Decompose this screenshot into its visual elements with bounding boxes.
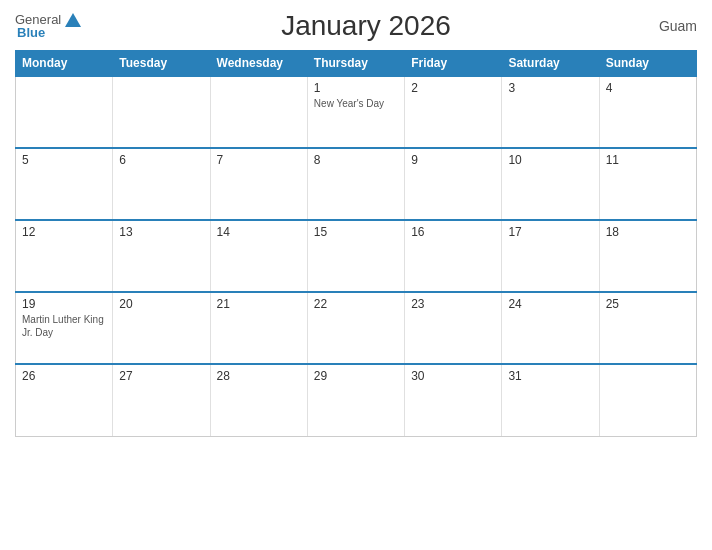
day-number: 20 (119, 297, 203, 311)
col-header-thursday: Thursday (307, 51, 404, 77)
day-number: 12 (22, 225, 106, 239)
col-header-friday: Friday (405, 51, 502, 77)
day-number: 18 (606, 225, 690, 239)
day-cell: 20 (113, 292, 210, 364)
day-cell: 18 (599, 220, 696, 292)
day-cell: 8 (307, 148, 404, 220)
day-number: 4 (606, 81, 690, 95)
day-cell: 23 (405, 292, 502, 364)
logo-triangle-icon (65, 13, 81, 27)
day-number: 2 (411, 81, 495, 95)
col-header-monday: Monday (16, 51, 113, 77)
day-number: 8 (314, 153, 398, 167)
day-cell: 22 (307, 292, 404, 364)
day-number: 1 (314, 81, 398, 95)
day-number: 30 (411, 369, 495, 383)
day-number: 31 (508, 369, 592, 383)
day-number: 3 (508, 81, 592, 95)
day-cell (16, 76, 113, 148)
day-number: 13 (119, 225, 203, 239)
day-number: 27 (119, 369, 203, 383)
holiday-label: Martin Luther King Jr. Day (22, 313, 106, 339)
calendar-body: 1New Year's Day2345678910111213141516171… (16, 76, 697, 436)
day-cell: 19Martin Luther King Jr. Day (16, 292, 113, 364)
day-cell: 3 (502, 76, 599, 148)
calendar-container: General Blue January 2026 Guam Monday Tu… (0, 0, 712, 550)
day-cell: 16 (405, 220, 502, 292)
day-cell: 7 (210, 148, 307, 220)
day-number: 15 (314, 225, 398, 239)
day-number: 28 (217, 369, 301, 383)
col-header-wednesday: Wednesday (210, 51, 307, 77)
day-number: 14 (217, 225, 301, 239)
col-header-sunday: Sunday (599, 51, 696, 77)
day-cell: 2 (405, 76, 502, 148)
day-cell: 13 (113, 220, 210, 292)
day-number: 23 (411, 297, 495, 311)
day-cell: 21 (210, 292, 307, 364)
day-cell (113, 76, 210, 148)
week-row-2: 567891011 (16, 148, 697, 220)
day-cell: 12 (16, 220, 113, 292)
day-number: 9 (411, 153, 495, 167)
day-cell: 1New Year's Day (307, 76, 404, 148)
day-number: 6 (119, 153, 203, 167)
day-cell: 31 (502, 364, 599, 436)
day-cell: 4 (599, 76, 696, 148)
day-cell: 29 (307, 364, 404, 436)
day-cell: 17 (502, 220, 599, 292)
day-cell: 5 (16, 148, 113, 220)
day-number: 22 (314, 297, 398, 311)
holiday-label: New Year's Day (314, 97, 398, 110)
col-header-tuesday: Tuesday (113, 51, 210, 77)
day-cell: 24 (502, 292, 599, 364)
day-header-row: Monday Tuesday Wednesday Thursday Friday… (16, 51, 697, 77)
day-number: 26 (22, 369, 106, 383)
month-title: January 2026 (95, 10, 637, 42)
week-row-1: 1New Year's Day234 (16, 76, 697, 148)
day-cell: 14 (210, 220, 307, 292)
day-cell: 15 (307, 220, 404, 292)
day-number: 25 (606, 297, 690, 311)
day-cell: 30 (405, 364, 502, 436)
logo-blue-text: Blue (15, 25, 45, 40)
day-number: 10 (508, 153, 592, 167)
week-row-4: 19Martin Luther King Jr. Day202122232425 (16, 292, 697, 364)
day-number: 7 (217, 153, 301, 167)
day-number: 19 (22, 297, 106, 311)
week-row-3: 12131415161718 (16, 220, 697, 292)
day-number: 5 (22, 153, 106, 167)
day-number: 24 (508, 297, 592, 311)
day-number: 16 (411, 225, 495, 239)
week-row-5: 262728293031 (16, 364, 697, 436)
day-number: 17 (508, 225, 592, 239)
day-cell: 26 (16, 364, 113, 436)
calendar-table: Monday Tuesday Wednesday Thursday Friday… (15, 50, 697, 437)
day-cell (599, 364, 696, 436)
region-label: Guam (637, 18, 697, 34)
logo: General Blue (15, 12, 95, 40)
day-cell: 6 (113, 148, 210, 220)
day-cell: 9 (405, 148, 502, 220)
day-cell: 28 (210, 364, 307, 436)
day-cell: 27 (113, 364, 210, 436)
calendar-header: General Blue January 2026 Guam (15, 10, 697, 42)
day-number: 11 (606, 153, 690, 167)
day-cell: 10 (502, 148, 599, 220)
day-cell: 11 (599, 148, 696, 220)
day-number: 29 (314, 369, 398, 383)
day-cell: 25 (599, 292, 696, 364)
day-number: 21 (217, 297, 301, 311)
day-cell (210, 76, 307, 148)
col-header-saturday: Saturday (502, 51, 599, 77)
